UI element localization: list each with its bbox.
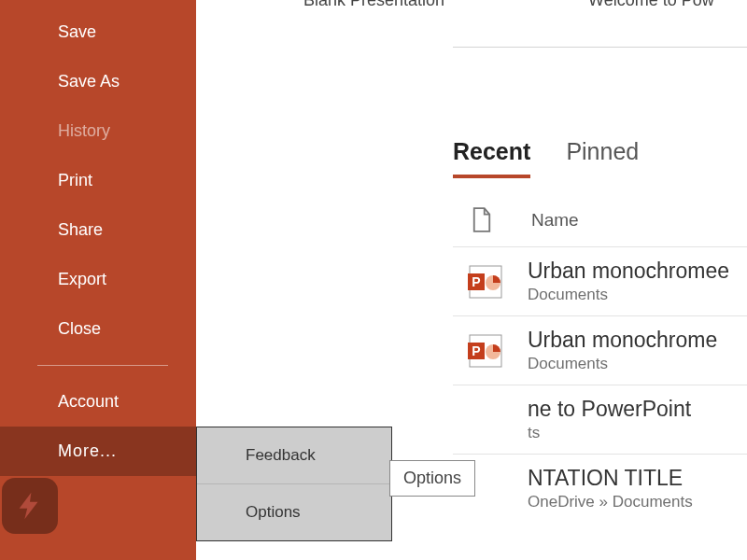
sidebar-item-save-as[interactable]: Save As [0, 57, 196, 106]
document-icon [472, 207, 492, 233]
options-tooltip: Options [389, 460, 475, 497]
tab-pinned[interactable]: Pinned [566, 138, 639, 178]
recent-files-list: Name P Urban monochromee Documents P Urb… [453, 194, 747, 523]
sidebar-item-share[interactable]: Share [0, 205, 196, 255]
template-blank-label: Blank Presentation [303, 0, 444, 10]
list-header: Name [453, 194, 747, 247]
powerpoint-icon: P [466, 331, 505, 371]
file-tabs: Recent Pinned [453, 138, 639, 178]
sidebar-item-print[interactable]: Print [0, 156, 196, 205]
sidebar-item-close[interactable]: Close [0, 304, 196, 354]
backstage-sidebar: Save Save As History Print Share Export … [0, 0, 196, 560]
file-location: ts [528, 424, 691, 442]
file-row[interactable]: ne to PowerPoint ts [453, 385, 747, 455]
file-title: Urban monochrome [528, 328, 717, 353]
powerpoint-icon: P [466, 262, 505, 301]
column-name: Name [531, 210, 579, 231]
submenu-options[interactable]: Options [197, 484, 391, 540]
file-title: NTATION TITLE [528, 466, 693, 491]
template-welcome-label: Welcome to Pow [588, 0, 714, 10]
file-title: Urban monochromee [528, 259, 729, 284]
sidebar-item-more[interactable]: More... [0, 427, 196, 476]
lightning-icon [14, 490, 46, 522]
sidebar-item-history: History [0, 106, 196, 156]
file-row[interactable]: P Urban monochrome Documents [453, 316, 747, 385]
file-location: Documents [528, 355, 717, 373]
sidebar-divider [37, 365, 168, 366]
svg-text:P: P [472, 274, 480, 289]
sidebar-item-save[interactable]: Save [0, 7, 196, 57]
sidebar-item-export[interactable]: Export [0, 255, 196, 304]
file-row[interactable]: P Urban monochromee Documents [453, 247, 747, 316]
file-location: OneDrive » Documents [528, 493, 693, 511]
file-location: Documents [528, 286, 729, 304]
sidebar-item-account[interactable]: Account [0, 377, 196, 427]
file-title: ne to PowerPoint [528, 397, 691, 422]
app-badge [2, 478, 58, 534]
more-submenu: Feedback Options [196, 427, 392, 541]
tab-recent[interactable]: Recent [453, 138, 530, 178]
submenu-feedback[interactable]: Feedback [197, 427, 391, 484]
section-divider [453, 47, 747, 48]
file-row[interactable]: NTATION TITLE OneDrive » Documents [453, 455, 747, 523]
svg-text:P: P [472, 343, 480, 358]
